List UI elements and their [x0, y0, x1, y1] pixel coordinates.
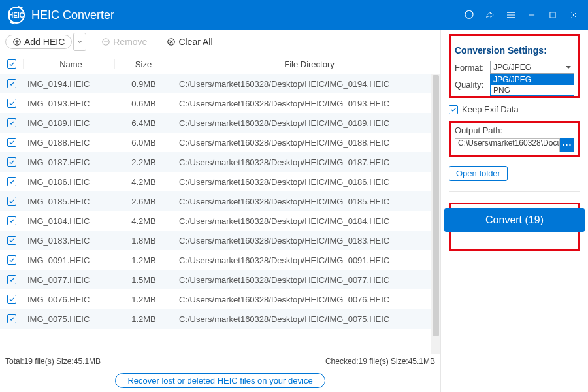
row-size: 1.5MB	[115, 275, 172, 285]
scrollbar[interactable]	[431, 74, 440, 354]
close-button[interactable]	[564, 5, 583, 25]
row-checkbox[interactable]	[7, 216, 16, 225]
format-dropdown-list: JPG/JPEG PNG	[490, 74, 574, 96]
row-checkbox[interactable]	[7, 157, 16, 167]
format-select[interactable]: JPG/JPEG JPG/JPEG PNG	[490, 61, 574, 74]
add-heic-button[interactable]: Add HEIC	[5, 35, 72, 49]
table-row[interactable]: IMG_0185.HEIC2.6MBC:/Users/market160328/…	[0, 191, 440, 211]
share-icon[interactable]	[480, 5, 500, 25]
row-size: 2.6MB	[115, 197, 172, 206]
output-path-input[interactable]: C:\Users\market160328\Docu	[455, 138, 560, 152]
table-row[interactable]: IMG_0091.HEIC1.2MBC:/Users/market160328/…	[0, 250, 440, 270]
row-size: 0.9MB	[115, 79, 172, 89]
recover-files-button[interactable]: Recover lost or deleted HEIC files on yo…	[115, 373, 325, 388]
row-name: IMG_0077.HEIC	[24, 275, 115, 285]
status-total: Total:19 file(s) Size:45.1MB	[5, 357, 101, 366]
row-checkbox[interactable]	[7, 295, 16, 304]
row-directory: C:/Users/market160328/Desktop/HEIC/IMG_0…	[172, 255, 440, 265]
header-size[interactable]: Size	[115, 59, 172, 69]
select-all-checkbox[interactable]	[7, 59, 16, 69]
divider	[449, 191, 580, 192]
header-name[interactable]: Name	[24, 59, 115, 69]
row-directory: C:/Users/market160328/Desktop/HEIC/IMG_0…	[172, 216, 440, 226]
title-bar: HEIC HEIC Converter	[0, 0, 588, 30]
table-row[interactable]: IMG_0077.HEIC1.5MBC:/Users/market160328/…	[0, 270, 440, 289]
row-directory: C:/Users/market160328/Desktop/HEIC/IMG_0…	[172, 138, 440, 148]
row-name: IMG_0193.HEIC	[24, 99, 115, 108]
table-row[interactable]: IMG_0194.HEIC0.9MBC:/Users/market160328/…	[0, 74, 440, 93]
browse-button[interactable]: ···	[560, 138, 574, 152]
keep-exif-checkbox[interactable]	[449, 105, 458, 114]
row-directory: C:/Users/market160328/Desktop/HEIC/IMG_0…	[172, 118, 440, 128]
row-checkbox[interactable]	[7, 99, 16, 108]
svg-rect-1	[550, 12, 555, 18]
clear-all-label: Clear All	[178, 37, 212, 47]
app-title: HEIC Converter	[31, 8, 114, 22]
row-name: IMG_0075.HEIC	[24, 314, 115, 324]
header-directory[interactable]: File Directory	[172, 59, 440, 69]
settings-panel: Conversion Settings: Format: JPG/JPEG JP…	[441, 30, 588, 392]
table-row[interactable]: IMG_0187.HEIC2.2MBC:/Users/market160328/…	[0, 152, 440, 172]
menu-icon[interactable]	[501, 5, 521, 25]
format-option-png[interactable]: PNG	[491, 85, 574, 95]
status-bar: Total:19 file(s) Size:45.1MB Checked:19 …	[0, 354, 440, 368]
row-checkbox[interactable]	[7, 236, 16, 245]
format-value: JPG/JPEG	[493, 63, 531, 72]
row-name: IMG_0187.HEIC	[24, 157, 115, 167]
minimize-button[interactable]	[522, 5, 542, 25]
row-size: 1.2MB	[115, 255, 172, 265]
table-header: Name Size File Directory	[0, 54, 440, 74]
table-row[interactable]: IMG_0184.HEIC4.2MBC:/Users/market160328/…	[0, 211, 440, 231]
table-row[interactable]: IMG_0186.HEIC4.2MBC:/Users/market160328/…	[0, 172, 440, 191]
maximize-button[interactable]	[543, 5, 563, 25]
remove-button[interactable]: Remove	[97, 35, 152, 49]
feedback-icon[interactable]	[459, 5, 479, 25]
row-checkbox[interactable]	[7, 255, 16, 265]
row-name: IMG_0188.HEIC	[24, 138, 115, 148]
quality-label: Quality:	[455, 80, 490, 90]
row-name: IMG_0183.HEIC	[24, 236, 115, 246]
row-name: IMG_0076.HEIC	[24, 295, 115, 304]
row-size: 6.0MB	[115, 138, 172, 148]
row-checkbox[interactable]	[7, 197, 16, 206]
row-name: IMG_0186.HEIC	[24, 177, 115, 187]
table-row[interactable]: IMG_0193.HEIC0.6MBC:/Users/market160328/…	[0, 93, 440, 113]
table-row[interactable]: IMG_0189.HEIC6.4MBC:/Users/market160328/…	[0, 113, 440, 133]
row-name: IMG_0184.HEIC	[24, 216, 115, 226]
row-size: 6.4MB	[115, 118, 172, 128]
row-directory: C:/Users/market160328/Desktop/HEIC/IMG_0…	[172, 79, 440, 89]
row-checkbox[interactable]	[7, 138, 16, 147]
open-folder-button[interactable]: Open folder	[449, 166, 508, 181]
row-checkbox[interactable]	[7, 79, 16, 88]
row-name: IMG_0185.HEIC	[24, 197, 115, 206]
row-directory: C:/Users/market160328/Desktop/HEIC/IMG_0…	[172, 295, 440, 304]
format-option-jpg[interactable]: JPG/JPEG	[491, 74, 574, 85]
row-checkbox[interactable]	[7, 314, 16, 323]
row-directory: C:/Users/market160328/Desktop/HEIC/IMG_0…	[172, 275, 440, 285]
row-checkbox[interactable]	[7, 177, 16, 186]
row-directory: C:/Users/market160328/Desktop/HEIC/IMG_0…	[172, 314, 440, 324]
row-name: IMG_0091.HEIC	[24, 255, 115, 265]
table-row[interactable]: IMG_0076.HEIC1.2MBC:/Users/market160328/…	[0, 289, 440, 309]
scrollbar-thumb[interactable]	[433, 75, 439, 336]
add-heic-dropdown[interactable]	[73, 33, 86, 51]
conversion-settings-title: Conversion Settings:	[455, 45, 574, 56]
row-directory: C:/Users/market160328/Desktop/HEIC/IMG_0…	[172, 197, 440, 206]
table-row[interactable]: IMG_0183.HEIC1.8MBC:/Users/market160328/…	[0, 231, 440, 250]
table-row[interactable]: IMG_0188.HEIC6.0MBC:/Users/market160328/…	[0, 133, 440, 152]
status-checked: Checked:19 file(s) Size:45.1MB	[325, 357, 435, 366]
annotation-box: Output Path: C:\Users\market160328\Docu …	[449, 121, 580, 157]
add-heic-label: Add HEIC	[24, 37, 65, 47]
table-row[interactable]: IMG_0075.HEIC1.2MBC:/Users/market160328/…	[0, 309, 440, 329]
row-size: 2.2MB	[115, 157, 172, 167]
row-size: 4.2MB	[115, 216, 172, 226]
keep-exif-label: Keep Exif Data	[462, 105, 519, 114]
row-checkbox[interactable]	[7, 118, 16, 127]
clear-all-button[interactable]: Clear All	[162, 35, 217, 49]
convert-button[interactable]: Convert (19)	[444, 208, 585, 232]
row-size: 1.2MB	[115, 295, 172, 304]
row-name: IMG_0194.HEIC	[24, 79, 115, 89]
row-checkbox[interactable]	[7, 275, 16, 284]
row-name: IMG_0189.HEIC	[24, 118, 115, 128]
annotation-box: Convert (19)	[449, 203, 580, 251]
